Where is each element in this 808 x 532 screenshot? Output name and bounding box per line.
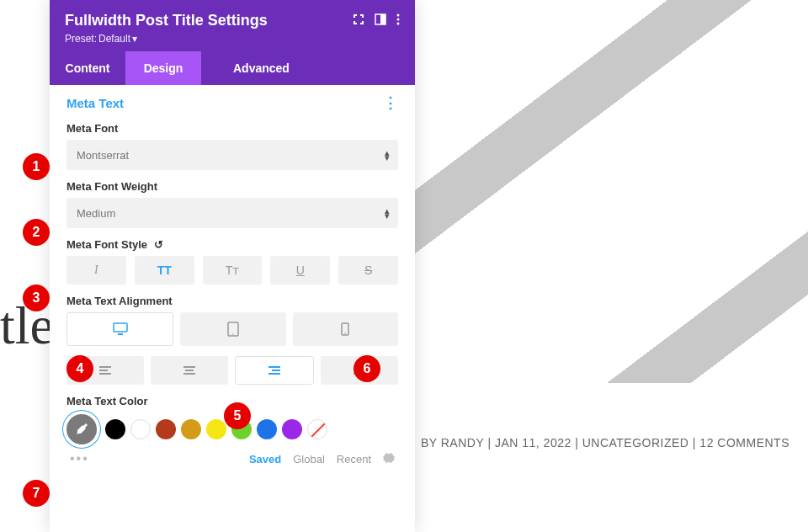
style-smallcaps-button[interactable]: Tᴛ: [203, 256, 263, 285]
meta-font-style-label: Meta Font Style ↺: [66, 238, 398, 251]
desktop-icon: [113, 322, 128, 336]
align-center-button[interactable]: [151, 356, 228, 385]
style-italic-button[interactable]: I: [66, 256, 126, 285]
color-swatch-1[interactable]: [130, 419, 151, 439]
meta-font-label: Meta Font: [66, 122, 398, 135]
eyedropper-icon: [74, 422, 89, 437]
select-arrows-icon: ▴▾: [385, 208, 390, 218]
svg-point-3: [397, 18, 400, 20]
annotation-badge-3: 3: [23, 285, 50, 311]
style-underline-button[interactable]: U: [270, 256, 330, 285]
tab-content[interactable]: Content: [50, 51, 125, 85]
annotation-badge-1: 1: [23, 153, 50, 180]
align-right-button[interactable]: [235, 356, 314, 385]
device-desktop-tab[interactable]: [66, 312, 173, 346]
annotation-badge-4: 4: [66, 355, 93, 382]
phone-icon: [341, 322, 349, 336]
style-strike-button[interactable]: S: [338, 256, 398, 285]
footer-tab-recent[interactable]: Recent: [337, 453, 371, 466]
settings-panel: Fullwidth Post Title Settings Preset: De…: [50, 0, 415, 532]
chevron-down-icon: ▾: [132, 33, 137, 45]
align-center-icon: [183, 366, 195, 375]
svg-point-4: [397, 22, 400, 24]
svg-rect-5: [114, 323, 127, 332]
section-menu-icon[interactable]: ⋮: [383, 95, 398, 110]
gear-icon[interactable]: [383, 452, 395, 466]
eyedropper-button[interactable]: [66, 414, 97, 444]
color-swatch-4[interactable]: [206, 419, 226, 439]
panel-header: Fullwidth Post Title Settings Preset: De…: [50, 0, 415, 51]
preset-selector[interactable]: Preset: Default ▾: [65, 33, 400, 45]
svg-rect-1: [380, 14, 385, 24]
meta-font-weight-select[interactable]: Medium ▴▾: [66, 198, 398, 228]
color-none-swatch[interactable]: [307, 419, 327, 439]
meta-font-value: Montserrat: [77, 149, 129, 162]
section-title[interactable]: Meta Text: [66, 96, 124, 110]
reset-icon[interactable]: ↺: [154, 238, 163, 251]
svg-point-2: [397, 13, 400, 16]
footer-tab-saved[interactable]: Saved: [249, 453, 281, 466]
annotation-badge-5: 5: [224, 402, 251, 429]
preset-value: Default: [98, 33, 130, 45]
panel-title: Fullwidth Post Title Settings: [65, 12, 268, 29]
align-right-icon: [268, 366, 280, 375]
more-icon[interactable]: [396, 13, 400, 29]
meta-font-select[interactable]: Montserrat ▴▾: [66, 140, 398, 170]
meta-font-weight-value: Medium: [77, 207, 115, 220]
preset-label: Preset:: [65, 33, 97, 45]
svg-point-10: [345, 332, 347, 334]
tablet-icon: [227, 322, 239, 337]
tab-advanced[interactable]: Advanced: [201, 51, 415, 85]
tab-design[interactable]: Design: [125, 51, 201, 85]
dock-icon[interactable]: [375, 13, 386, 29]
meta-alignment-label: Meta Text Alignment: [66, 295, 398, 307]
device-phone-tab[interactable]: [293, 312, 398, 346]
expand-icon[interactable]: [353, 13, 364, 29]
footer-tab-global[interactable]: Global: [293, 453, 325, 466]
annotation-badge-7: 7: [23, 480, 50, 507]
svg-point-8: [232, 333, 234, 335]
style-uppercase-button[interactable]: TT: [135, 256, 194, 285]
svg-rect-6: [118, 333, 123, 335]
color-swatch-7[interactable]: [282, 419, 302, 439]
align-left-icon: [99, 366, 111, 375]
color-swatch-6[interactable]: [257, 419, 277, 439]
more-options-button[interactable]: •••: [70, 451, 89, 466]
color-swatch-3[interactable]: [181, 419, 201, 439]
select-arrows-icon: ▴▾: [385, 150, 390, 160]
annotation-badge-2: 2: [23, 219, 50, 246]
meta-font-weight-label: Meta Font Weight: [66, 180, 398, 193]
device-tablet-tab[interactable]: [180, 312, 285, 346]
color-swatch-0[interactable]: [105, 419, 125, 439]
tabs: Content Design Advanced: [50, 51, 415, 85]
annotation-badge-6: 6: [354, 355, 380, 382]
preview-meta-text: BY RANDY | JAN 11, 2022 | UNCATEGORIZED …: [421, 436, 789, 450]
panel-body: Meta Text ⋮ Meta Font Montserrat ▴▾ Meta…: [50, 85, 415, 532]
color-swatch-2[interactable]: [156, 419, 176, 439]
